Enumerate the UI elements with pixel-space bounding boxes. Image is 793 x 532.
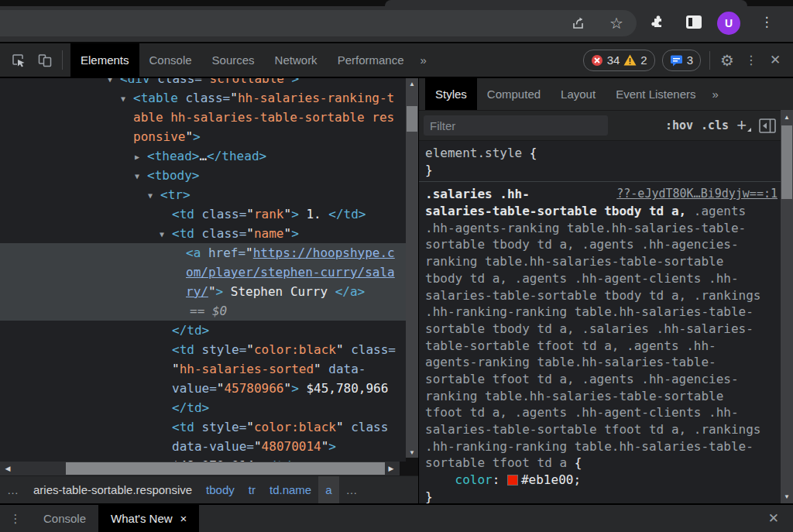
browser-menu-icon[interactable]: ⋮ [757,12,776,31]
code-line[interactable]: .hh-agents-ranking table.hh-salaries-tab… [425,220,781,237]
devtools-close-icon[interactable]: ✕ [767,52,784,68]
settings-gear-icon[interactable]: ⚙ [719,51,736,70]
code-line[interactable]: </td> [0,398,406,417]
code-line[interactable]: salaries-table-sortable tbody td a, .ran… [425,287,781,304]
code-line[interactable]: sortable tbody td a, .agents .hh-agencie… [425,236,781,253]
scroll-up-icon[interactable]: ▲ [781,112,793,122]
tab-layout[interactable]: Layout [551,78,606,110]
styles-filter-input[interactable] [424,115,608,136]
code-line[interactable]: } [425,489,781,503]
code-line[interactable]: $48,070,014 </td> [0,456,406,462]
code-line[interactable]: "hh-salaries-sorted" data- [0,359,406,379]
tab-network[interactable]: Network [265,43,328,77]
code-line[interactable]: ranking table.hh-salaries-table-sortable [425,388,781,405]
tab-console[interactable]: Console [139,43,202,77]
tree-toggle-icon[interactable]: ▶ [135,147,139,166]
code-line[interactable]: .hh-ranking-ranking table.hh-salaries-ta… [425,304,781,321]
drawer-menu-icon[interactable]: ⋮ [0,505,31,532]
css-rule-section[interactable]: ??-eJydT80K…Bi9dyjw==:1.salaries .hh-sal… [419,182,781,503]
scroll-down-icon[interactable]: ▼ [781,491,793,502]
code-line[interactable]: able hh-salaries-table-sortable res [0,108,406,127]
tree-toggle-icon[interactable]: ▼ [160,225,164,244]
breadcrumb-item[interactable]: … [0,476,26,503]
share-icon[interactable] [568,14,587,33]
tab-elements[interactable]: Elements [70,43,139,77]
code-line[interactable]: ranking table.hh-salaries-table-sortable [425,253,781,270]
code-line[interactable]: == $0 [0,301,406,321]
sidebar-toggle-icon[interactable] [759,118,776,133]
element-style-section[interactable]: element.style {} [419,141,781,182]
stylesheet-source-link[interactable]: ??-eJydT80K…Bi9dyjw==:1 [616,186,778,203]
code-line[interactable]: tbody td a, .agents .hh-agent-clients .h… [425,270,781,287]
more-tabs-icon[interactable]: » [414,43,433,77]
code-line[interactable]: ??-eJydT80K…Bi9dyjw==:1.salaries .hh- [425,186,781,203]
code-line[interactable]: data-value="48070014"> [0,437,406,456]
class-toggle[interactable]: .cls [701,118,729,132]
breadcrumb-item[interactable]: tr [242,476,263,503]
devtools-menu-icon[interactable]: ⋮ [743,53,760,67]
tab-event-listeners[interactable]: Event Listeners [606,78,705,110]
code-line[interactable]: salaries-table-sortable tbody td a, .age… [425,203,781,220]
scroll-right-icon[interactable]: ▶ [385,462,397,475]
errors-warnings-badge[interactable]: 34 2 [583,50,655,71]
pseudo-state-toggle[interactable]: :hov [665,118,693,132]
tab-performance[interactable]: Performance [328,43,414,77]
code-line[interactable]: color: #eb1e00; [425,472,781,489]
code-line[interactable]: agents-ranking table.hh-salaries-table- [425,354,781,371]
breadcrumb-item[interactable]: … [339,476,366,503]
tree-toggle-icon[interactable]: ▼ [108,78,112,89]
code-line[interactable]: ry/"> Stephen Curry </a> [0,282,406,301]
code-line[interactable]: value="45780966"> $45,780,966 [0,379,406,398]
code-line[interactable]: <td class="rank"> 1. </td> [0,204,406,224]
breadcrumb-item[interactable]: td.name [263,476,318,503]
code-line[interactable]: sortable tfoot td a, .agents .hh-agencie… [425,371,781,388]
drawer-close-icon[interactable]: ✕ [768,505,779,532]
side-panel-icon[interactable] [685,12,703,31]
code-line[interactable]: salaries-table-sortable tfoot td a, .ran… [425,421,781,438]
device-toolbar-icon[interactable] [36,43,54,77]
breadcrumb-item[interactable]: aries-table-sortable.responsive [26,476,199,503]
breadcrumb-item[interactable]: tbody [199,476,242,503]
inspect-element-icon[interactable] [9,43,28,77]
code-line[interactable]: table-sortable tfoot td a, .agents .hh- [425,338,781,355]
more-sidebar-tabs-icon[interactable]: » [706,78,725,110]
elements-vertical-scrollbar[interactable]: ▲ ▼ [406,78,418,462]
tab-styles[interactable]: Styles [425,78,477,110]
code-line[interactable]: sortable tbody td a, .salaries .hh-salar… [425,321,781,338]
code-line[interactable]: ▼<td class="name"> [0,224,406,243]
browser-active-tab[interactable] [385,0,747,6]
drawer-tab-console[interactable]: Console [31,505,98,532]
tree-toggle-icon[interactable]: ▼ [121,89,125,108]
code-line[interactable]: sortable tfoot td a { [425,455,781,472]
code-line[interactable]: ponsive"> [0,127,406,146]
issues-badge[interactable]: 3 [662,50,701,71]
code-line[interactable]: om/player/stephen-curry/sala [0,263,406,282]
code-line[interactable]: </td> [0,321,406,340]
scrollbar-thumb[interactable] [407,106,417,132]
scrollbar-thumb[interactable] [66,462,385,475]
address-bar[interactable]: ☆ [0,10,637,36]
breadcrumb-item[interactable]: a [318,476,338,503]
code-line[interactable]: tfoot td a, .agents .hh-agent-clients .h… [425,404,781,421]
scroll-up-icon[interactable]: ▲ [406,78,418,89]
code-line[interactable]: ▼<table class="hh-salaries-ranking-t [0,88,406,108]
bookmark-star-icon[interactable]: ☆ [607,14,626,33]
elements-horizontal-scrollbar[interactable]: ◀ ▶ [0,462,418,475]
color-swatch[interactable] [508,475,517,485]
tab-sources[interactable]: Sources [202,43,265,77]
extensions-icon[interactable] [647,12,666,31]
code-line[interactable]: ▼<tr> [0,185,406,204]
scroll-left-icon[interactable]: ◀ [2,462,14,475]
profile-avatar[interactable]: U [717,12,740,35]
drawer-tab-whats-new[interactable]: What's New × [98,505,199,532]
code-line[interactable]: <td style="color:black" class [0,417,406,437]
code-line[interactable]: ▼<div class="scrollable"> [0,78,406,88]
code-line[interactable]: ▼<tbody> [0,166,406,185]
code-line[interactable]: <a href="https://hoopshype.c [0,243,406,263]
scrollbar-thumb[interactable] [781,125,792,199]
tab-close-icon[interactable]: × [180,512,187,525]
scroll-down-icon[interactable]: ▼ [406,447,418,458]
tree-toggle-icon[interactable]: ▼ [135,166,139,186]
code-line[interactable]: element.style { [425,145,781,162]
tab-computed[interactable]: Computed [477,78,551,110]
